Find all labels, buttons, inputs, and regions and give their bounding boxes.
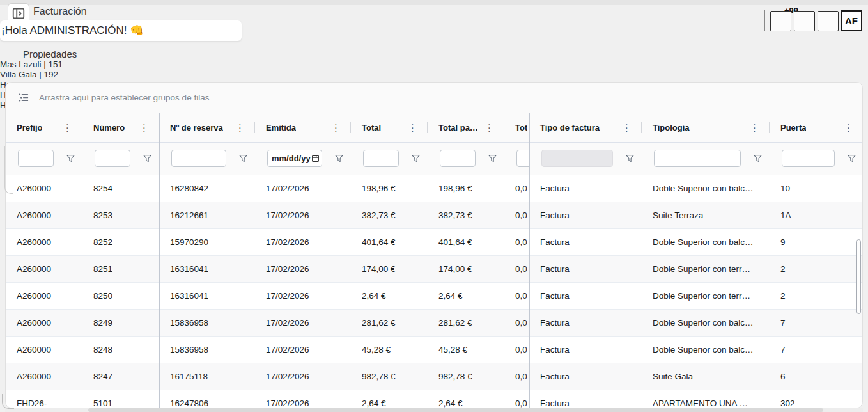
properties-label: Propiedades <box>23 49 77 59</box>
pinned-header-section: Tipo de factura⋮Tipología⋮Puerta⋮ <box>529 113 863 142</box>
column-header-tipologia[interactable]: Tipología⋮ <box>642 113 770 142</box>
column-header-numero[interactable]: Número⋮ <box>82 113 159 142</box>
cell-tipo: Factura <box>529 202 642 228</box>
column-header-reserva[interactable]: Nº de reserva⋮ <box>159 113 255 142</box>
date-placeholder: mm/dd/yyyy <box>272 154 311 163</box>
filter-funnel-icon[interactable] <box>335 154 343 162</box>
emitida-filter-date-input[interactable]: mm/dd/yyyy <box>267 150 322 167</box>
cell-reserva: 15836958 <box>159 310 255 336</box>
column-header-tipo[interactable]: Tipo de factura⋮ <box>529 113 642 142</box>
filter-funnel-icon[interactable] <box>754 154 762 162</box>
column-header-label: Prefijo <box>6 113 42 142</box>
toolbar-button-3[interactable] <box>818 11 839 31</box>
column-header-label: Nº de reserva <box>159 113 223 142</box>
cell-numero: 8253 <box>82 202 159 228</box>
column-menu-icon[interactable]: ⋮ <box>622 113 632 142</box>
top-strip <box>0 0 868 5</box>
pinned-filter-section <box>529 143 863 175</box>
table-row[interactable]: A26000082481583695817/02/202645,28 €45,2… <box>6 337 862 363</box>
table-row[interactable]: A26000082541628084217/02/2026198,96 €198… <box>6 175 862 202</box>
table-row[interactable]: FHD26-51011624780617/02/20262,64 €2,64 €… <box>6 390 862 408</box>
cell-total: 982,78 € <box>351 363 428 390</box>
filter-funnel-icon[interactable] <box>239 154 247 162</box>
cell-pagado: 174,00 € <box>428 256 504 282</box>
cell-reserva: 15836958 <box>159 337 255 363</box>
pinned-cells-section: FacturaDoble Superior con terr…2 <box>529 256 862 282</box>
cell-reserva: 16212661 <box>159 202 255 228</box>
grid-header-row: Prefijo⋮Número⋮Nº de reserva⋮Emitida⋮Tot… <box>6 113 862 143</box>
column-menu-icon[interactable]: ⋮ <box>484 113 494 142</box>
cell-total: 198,96 € <box>351 175 428 202</box>
filter-funnel-icon[interactable] <box>412 154 420 162</box>
cell-reserva: 16175118 <box>159 363 255 390</box>
column-header-pagado[interactable]: Total pa…⋮ <box>428 113 504 142</box>
prefijo-filter-input[interactable] <box>18 150 54 167</box>
toolbar-button-2[interactable] <box>794 11 815 31</box>
cell-puerta: 302 <box>770 390 862 408</box>
pinned-cells-section: FacturaAPARTAMENTO UNA …302 <box>529 390 862 408</box>
column-menu-icon[interactable]: ⋮ <box>63 113 72 142</box>
cell-prefijo: A260000 <box>6 337 82 363</box>
total-filter-input[interactable] <box>363 150 399 167</box>
column-menu-icon[interactable]: ⋮ <box>331 113 341 142</box>
invoices-grid: Arrastra aquí para establecer grupos de … <box>5 82 863 408</box>
column-menu-icon[interactable]: ⋮ <box>844 113 853 142</box>
column-menu-icon[interactable]: ⋮ <box>408 113 417 142</box>
filter-funnel-icon[interactable] <box>488 154 497 162</box>
cell-prefijo: A260000 <box>6 202 82 228</box>
greeting-panel: ¡Hola ADMINISTRACIÓN! 👊 <box>0 20 242 41</box>
cell-emitida: 17/02/2026 <box>255 229 351 255</box>
cell-puerta: 10 <box>770 175 862 202</box>
filter-funnel-icon[interactable] <box>66 154 75 162</box>
cell-emitida: 17/02/2026 <box>255 390 351 408</box>
table-row[interactable]: A26000082471617511817/02/2026982,78 €982… <box>6 363 862 390</box>
tipologia-filter-input[interactable] <box>654 150 741 167</box>
filter-funnel-icon[interactable] <box>626 154 634 162</box>
pinned-cells-section: FacturaDoble Superior con balc…7 <box>529 310 862 336</box>
table-row[interactable]: A26000082531621266117/02/2026382,73 €382… <box>6 202 862 229</box>
table-row[interactable]: A26000082511631604117/02/2026174,00 €174… <box>6 256 862 283</box>
pinned-cells-section: FacturaDoble Superior con balc…7 <box>529 337 862 363</box>
column-menu-icon[interactable]: ⋮ <box>235 113 245 142</box>
reserva-filter-input[interactable] <box>171 150 226 167</box>
cell-tipologia: Doble Superior con balc… <box>642 175 770 202</box>
numero-filter-input[interactable] <box>95 150 130 167</box>
avatar[interactable]: AF <box>841 10 862 31</box>
filter-funnel-icon[interactable] <box>848 154 856 162</box>
horizontal-scrollbar[interactable] <box>5 408 863 412</box>
column-header-emitida[interactable]: Emitida⋮ <box>255 113 351 142</box>
filter-cell-tipologia <box>642 143 770 175</box>
vertical-scrollbar[interactable] <box>856 239 861 314</box>
cell-total: 382,73 € <box>351 202 428 228</box>
cell-prefijo: A260000 <box>6 175 82 202</box>
cell-numero: 8250 <box>82 283 159 309</box>
table-row[interactable]: A26000082521597029017/02/2026401,64 €401… <box>6 229 862 256</box>
pagado-filter-input[interactable] <box>440 150 476 167</box>
cell-puerta: 2 <box>770 256 862 282</box>
filter-cell-puerta <box>770 143 863 175</box>
page-title: Facturación <box>33 6 87 17</box>
cell-pagado: 45,28 € <box>428 337 504 363</box>
cell-total: 281,62 € <box>351 310 428 336</box>
cell-numero: 5101 <box>82 390 159 408</box>
cell-tipo: Factura <box>529 310 642 336</box>
column-menu-icon[interactable]: ⋮ <box>750 113 759 142</box>
column-header-puerta[interactable]: Puerta⋮ <box>770 113 863 142</box>
row-group-dropzone[interactable]: Arrastra aquí para establecer grupos de … <box>6 83 862 113</box>
puerta-filter-input[interactable] <box>782 150 835 167</box>
filter-cell-prefijo <box>6 143 82 175</box>
toolbar-button-1[interactable] <box>770 11 791 31</box>
column-header-total[interactable]: Total⋮ <box>351 113 428 142</box>
filter-funnel-icon[interactable] <box>143 154 151 162</box>
calendar-icon <box>311 154 320 162</box>
column-menu-icon[interactable]: ⋮ <box>139 113 149 142</box>
column-header-label: Tot <box>504 113 527 142</box>
property-item[interactable]: Villa Gala | 192 <box>0 70 93 80</box>
horizontal-scrollbar-thumb[interactable] <box>88 408 823 412</box>
property-item[interactable]: Mas Lazuli | 151 <box>0 59 93 70</box>
cell-tipologia: Suite Terraza <box>642 202 770 228</box>
cell-prefijo: A260000 <box>6 310 82 336</box>
table-row[interactable]: A26000082501631604117/02/20262,64 €2,64 … <box>6 283 862 310</box>
table-row[interactable]: A26000082491583695817/02/2026281,62 €281… <box>6 310 862 337</box>
column-header-prefijo[interactable]: Prefijo⋮ <box>6 113 82 142</box>
